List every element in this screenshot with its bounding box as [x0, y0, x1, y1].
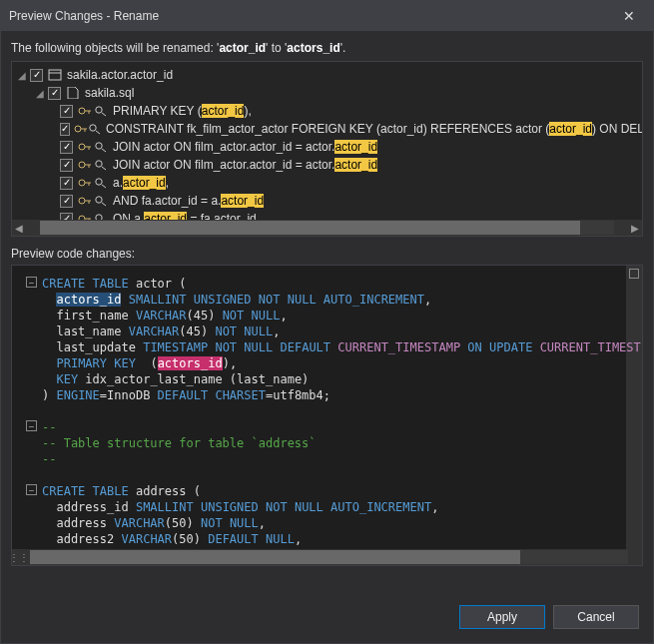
code-line: PRIMARY KEY (actors_id), [12, 355, 642, 371]
tree-change-row[interactable]: CONSTRAINT fk_film_actor_actor FOREIGN K… [12, 120, 642, 138]
svg-line-21 [102, 167, 106, 170]
code-line: -- Table structure for table `address` [12, 435, 642, 451]
tree-change-row[interactable]: JOIN actor ON film_actor.actor_id = acto… [12, 156, 642, 174]
code-horizontal-scrollbar[interactable]: ⋮⋮ [12, 549, 642, 565]
checkbox[interactable] [60, 105, 73, 118]
change-text: JOIN actor ON film_actor.actor_id = acto… [113, 158, 377, 172]
intro-from: actor_id [219, 41, 266, 55]
key-icon [77, 158, 93, 172]
change-text: AND fa.actor_id = a.actor_id [113, 194, 264, 208]
renamed-token: actors_id [158, 356, 223, 370]
svg-point-30 [96, 197, 102, 203]
change-text: a.actor_id, [113, 176, 169, 190]
key-icon [77, 104, 93, 118]
key-icon [77, 194, 93, 208]
preview-label: Preview code changes: [1, 237, 653, 265]
window-title: Preview Changes - Rename [9, 9, 613, 23]
change-text: PRIMARY KEY (actor_id), [113, 104, 252, 118]
chevron-down-icon[interactable]: ◢ [16, 70, 28, 81]
code-line: last_update TIMESTAMP NOT NULL DEFAULT C… [12, 339, 642, 355]
search-icon [93, 176, 109, 190]
svg-point-20 [96, 161, 102, 167]
code-line [12, 403, 642, 419]
svg-rect-0 [49, 70, 61, 80]
checkbox[interactable] [48, 87, 61, 100]
tree-change-row[interactable]: JOIN actor ON film_actor.actor_id = acto… [12, 138, 642, 156]
change-text: JOIN actor ON film_actor.actor_id = acto… [113, 140, 377, 154]
changes-tree: ◢ sakila.actor.actor_id ◢ sakila.sql PRI… [11, 61, 643, 237]
code-preview: −CREATE TABLE actor ( actors_id SMALLINT… [11, 265, 643, 566]
search-icon [93, 158, 109, 172]
cancel-button[interactable]: Cancel [553, 605, 639, 629]
search-icon [93, 140, 109, 154]
scroll-right-icon[interactable]: ▶ [628, 221, 642, 235]
key-icon [77, 176, 93, 190]
titlebar[interactable]: Preview Changes - Rename ✕ [1, 1, 653, 31]
checkbox[interactable] [30, 69, 43, 82]
intro-prefix: The following objects will be renamed: ' [11, 41, 219, 55]
renamed-token: actors_id [56, 293, 121, 307]
splitter-icon[interactable]: ⋮⋮ [12, 552, 26, 563]
code-line: -- [12, 451, 642, 467]
checkbox[interactable] [60, 123, 70, 136]
chevron-down-icon[interactable]: ◢ [34, 88, 46, 99]
code-line [12, 467, 642, 483]
key-icon [77, 212, 93, 220]
code-line: last_name VARCHAR(45) NOT NULL, [12, 323, 642, 339]
tree-change-row[interactable]: PRIMARY KEY (actor_id), [12, 102, 642, 120]
tree-root-label: sakila.actor.actor_id [67, 68, 173, 82]
svg-point-7 [75, 126, 81, 132]
close-icon[interactable]: ✕ [613, 1, 645, 31]
intro-mid: ' to ' [266, 41, 287, 55]
code-line: −-- [12, 419, 642, 435]
change-text: CONSTRAINT fk_film_actor_actor FOREIGN K… [106, 122, 642, 136]
key-icon [74, 122, 88, 136]
checkbox[interactable] [60, 213, 73, 221]
checkbox[interactable] [60, 141, 73, 154]
svg-point-22 [79, 180, 85, 186]
code-line: first_name VARCHAR(45) NOT NULL, [12, 308, 642, 323]
svg-point-15 [96, 143, 102, 149]
code-line: ) ENGINE=InnoDB DEFAULT CHARSET=utf8mb4; [12, 387, 642, 403]
svg-point-17 [79, 162, 85, 168]
intro-suffix: '. [340, 41, 346, 55]
code-line: −CREATE TABLE actor ( [12, 276, 642, 292]
search-icon [93, 104, 109, 118]
checkbox[interactable] [60, 159, 73, 172]
tree-root-row[interactable]: ◢ sakila.actor.actor_id [12, 66, 642, 84]
key-icon [77, 140, 93, 154]
svg-point-10 [90, 125, 96, 131]
tree-change-row[interactable]: AND fa.actor_id = a.actor_id [12, 192, 642, 210]
fold-icon[interactable]: − [26, 420, 37, 431]
search-icon [93, 212, 109, 220]
svg-point-12 [79, 144, 85, 150]
code-line: address2 VARCHAR(50) DEFAULT NULL, [12, 531, 642, 547]
scroll-left-icon[interactable]: ◀ [12, 221, 26, 235]
fold-icon[interactable]: − [26, 484, 37, 495]
code-body[interactable]: −CREATE TABLE actor ( actors_id SMALLINT… [12, 266, 642, 549]
fold-icon[interactable]: − [26, 277, 37, 288]
column-icon [47, 68, 63, 82]
svg-line-16 [102, 149, 106, 152]
code-line: address_id SMALLINT UNSIGNED NOT NULL AU… [12, 499, 642, 515]
intro-to: actors_id [287, 41, 339, 55]
svg-line-31 [102, 203, 106, 206]
svg-point-25 [96, 179, 102, 185]
svg-line-11 [96, 131, 100, 134]
checkbox[interactable] [60, 177, 73, 190]
tree-file-row[interactable]: ◢ sakila.sql [12, 84, 642, 102]
tree-change-row[interactable]: a.actor_id, [12, 174, 642, 192]
intro-text: The following objects will be renamed: '… [1, 31, 653, 61]
tree-horizontal-scrollbar[interactable]: ◀ ▶ [12, 220, 642, 236]
apply-button[interactable]: Apply [459, 605, 545, 629]
svg-point-2 [79, 108, 85, 114]
code-line: −CREATE TABLE address ( [12, 483, 642, 499]
dialog-buttons: Apply Cancel [1, 566, 653, 643]
code-line: address VARCHAR(50) NOT NULL, [12, 515, 642, 531]
checkbox[interactable] [60, 195, 73, 208]
svg-line-6 [102, 113, 106, 116]
tree-body[interactable]: ◢ sakila.actor.actor_id ◢ sakila.sql PRI… [12, 62, 642, 220]
sql-file-icon [65, 86, 81, 100]
code-line: KEY idx_actor_last_name (last_name) [12, 371, 642, 387]
tree-change-row[interactable]: ON a.actor_id = fa.actor_id [12, 210, 642, 220]
